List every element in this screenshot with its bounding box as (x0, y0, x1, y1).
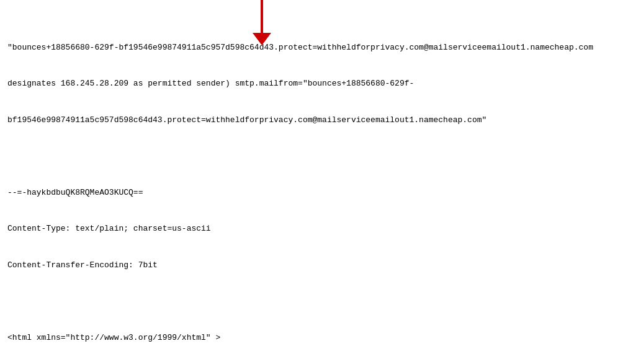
email-content: "bounces+18856680-629f-bf19546e99874911a… (7, 5, 634, 364)
line-6: Content-Type: text/plain; charset=us-asc… (7, 223, 634, 235)
line-9: <html xmlns="http://www.w3.org/1999/xhtm… (7, 332, 634, 344)
line-3: bf19546e99874911a5c957d598c64d43.protect… (7, 114, 634, 127)
line-2: designates 168.245.28.209 as permitted s… (7, 78, 634, 90)
line-1: "bounces+18856680-629f-bf19546e99874911a… (7, 42, 634, 54)
line-4 (7, 150, 634, 162)
line-8 (7, 295, 634, 308)
line-7: Content-Transfer-Encoding: 7bit (7, 259, 634, 272)
line-5: --=-haykbdbuQK8RQMeAO3KUCQ== (7, 187, 634, 199)
email-body: "bounces+18856680-629f-bf19546e99874911a… (7, 5, 634, 364)
